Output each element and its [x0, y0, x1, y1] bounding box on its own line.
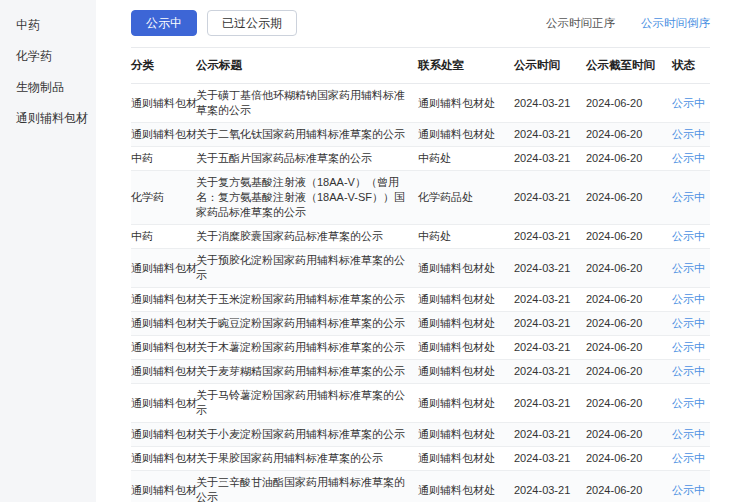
row-office-cell: 通则辅料包材处	[418, 447, 514, 470]
row-office-cell: 通则辅料包材处	[418, 312, 514, 335]
sidebar-item-excipient-packaging[interactable]: 通则辅料包材	[0, 103, 96, 134]
row-category-cell: 通则辅料包材	[131, 257, 196, 280]
row-title-cell: 关于果胶国家药用辅料标准草案的公示	[196, 447, 418, 470]
row-office-cell: 通则辅料包材处	[418, 423, 514, 446]
row-title-cell: 关于复方氨基酸注射液（18AA-V）（曾用名：复方氨基酸注射液（18AA-V-S…	[196, 171, 418, 224]
row-office-cell: 通则辅料包材处	[418, 257, 514, 280]
row-office-cell: 通则辅料包材处	[418, 288, 514, 311]
row-status-link[interactable]: 公示中	[672, 123, 710, 146]
row-category-cell: 通则辅料包材	[131, 447, 196, 470]
row-title-cell: 关于玉米淀粉国家药用辅料标准草案的公示	[196, 288, 418, 311]
row-end-date-cell: 2024-06-20	[586, 312, 672, 335]
sort-controls: 公示时间正序 公示时间倒序	[546, 16, 710, 31]
column-header-status: 状态	[672, 48, 710, 83]
sort-time-ascending-link[interactable]: 公示时间正序	[546, 16, 615, 31]
row-publish-date-cell: 2024-03-21	[514, 186, 586, 209]
row-end-date-cell: 2024-06-20	[586, 257, 672, 280]
table-row: 通则辅料包材关于麦芽糊精国家药用辅料标准草案的公示通则辅料包材处2024-03-…	[131, 360, 710, 384]
row-publish-date-cell: 2024-03-21	[514, 423, 586, 446]
table-row: 通则辅料包材关于磺丁基倍他环糊精钠国家药用辅料标准草案的公示通则辅料包材处202…	[131, 84, 710, 123]
sidebar-item-biological-product[interactable]: 生物制品	[0, 72, 96, 103]
row-category-cell: 通则辅料包材	[131, 312, 196, 335]
column-header-end-date: 公示截至时间	[586, 48, 672, 83]
column-header-publish-date: 公示时间	[514, 48, 586, 83]
row-status-link[interactable]: 公示中	[672, 392, 710, 415]
sidebar-item-chemical-drug[interactable]: 化学药	[0, 41, 96, 72]
row-status-link[interactable]: 公示中	[672, 147, 710, 170]
table-row: 通则辅料包材关于马铃薯淀粉国家药用辅料标准草案的公示通则辅料包材处2024-03…	[131, 384, 710, 423]
row-status-link[interactable]: 公示中	[672, 225, 710, 248]
row-publish-date-cell: 2024-03-21	[514, 92, 586, 115]
row-end-date-cell: 2024-06-20	[586, 186, 672, 209]
row-title-cell: 关于三辛酸甘油酯国家药用辅料标准草案的公示	[196, 471, 418, 502]
row-publish-date-cell: 2024-03-21	[514, 288, 586, 311]
row-title-cell: 关于麦芽糊精国家药用辅料标准草案的公示	[196, 360, 418, 383]
row-status-link[interactable]: 公示中	[672, 423, 710, 446]
row-category-cell: 通则辅料包材	[131, 423, 196, 446]
row-publish-date-cell: 2024-03-21	[514, 123, 586, 146]
table-row: 通则辅料包材关于二氧化钛国家药用辅料标准草案的公示通则辅料包材处2024-03-…	[131, 123, 710, 147]
row-publish-date-cell: 2024-03-21	[514, 479, 586, 502]
row-category-cell: 化学药	[131, 186, 196, 209]
row-end-date-cell: 2024-06-20	[586, 336, 672, 359]
row-category-cell: 通则辅料包材	[131, 288, 196, 311]
row-category-cell: 通则辅料包材	[131, 392, 196, 415]
row-end-date-cell: 2024-06-20	[586, 423, 672, 446]
table-row: 中药关于五酯片国家药品标准草案的公示中药处2024-03-212024-06-2…	[131, 147, 710, 171]
row-publish-date-cell: 2024-03-21	[514, 360, 586, 383]
row-publish-date-cell: 2024-03-21	[514, 257, 586, 280]
table-row: 通则辅料包材关于小麦淀粉国家药用辅料标准草案的公示通则辅料包材处2024-03-…	[131, 423, 710, 447]
table-row: 通则辅料包材关于豌豆淀粉国家药用辅料标准草案的公示通则辅料包材处2024-03-…	[131, 312, 710, 336]
row-office-cell: 通则辅料包材处	[418, 392, 514, 415]
app-window: 中药 化学药 生物制品 通则辅料包材 公示中 已过公示期 公示时间正序 公示时间…	[0, 0, 730, 502]
row-end-date-cell: 2024-06-20	[586, 360, 672, 383]
row-publish-date-cell: 2024-03-21	[514, 392, 586, 415]
sort-time-descending-link[interactable]: 公示时间倒序	[641, 16, 710, 31]
row-category-cell: 中药	[131, 147, 196, 170]
row-status-link[interactable]: 公示中	[672, 479, 710, 502]
column-header-office: 联系处室	[418, 48, 514, 83]
table-row: 通则辅料包材关于玉米淀粉国家药用辅料标准草案的公示通则辅料包材处2024-03-…	[131, 288, 710, 312]
column-header-category: 分类	[131, 48, 196, 83]
row-category-cell: 通则辅料包材	[131, 336, 196, 359]
row-status-link[interactable]: 公示中	[672, 312, 710, 335]
row-status-link[interactable]: 公示中	[672, 288, 710, 311]
table-header-row: 分类 公示标题 联系处室 公示时间 公示截至时间 状态	[131, 48, 710, 84]
row-status-link[interactable]: 公示中	[672, 447, 710, 470]
row-office-cell: 中药处	[418, 225, 514, 248]
row-end-date-cell: 2024-06-20	[586, 147, 672, 170]
row-title-cell: 关于小麦淀粉国家药用辅料标准草案的公示	[196, 423, 418, 446]
row-status-link[interactable]: 公示中	[672, 186, 710, 209]
row-title-cell: 关于马铃薯淀粉国家药用辅料标准草案的公示	[196, 384, 418, 422]
status-tabs: 公示中 已过公示期	[131, 10, 297, 36]
row-category-cell: 通则辅料包材	[131, 360, 196, 383]
row-office-cell: 化学药品处	[418, 186, 514, 209]
sidebar-item-tcm[interactable]: 中药	[0, 10, 96, 41]
table-row: 通则辅料包材关于三辛酸甘油酯国家药用辅料标准草案的公示通则辅料包材处2024-0…	[131, 471, 710, 502]
row-publish-date-cell: 2024-03-21	[514, 312, 586, 335]
row-status-link[interactable]: 公示中	[672, 336, 710, 359]
row-office-cell: 通则辅料包材处	[418, 123, 514, 146]
row-office-cell: 中药处	[418, 147, 514, 170]
table-row: 通则辅料包材关于预胶化淀粉国家药用辅料标准草案的公示通则辅料包材处2024-03…	[131, 249, 710, 288]
row-end-date-cell: 2024-06-20	[586, 225, 672, 248]
row-end-date-cell: 2024-06-20	[586, 92, 672, 115]
row-title-cell: 关于五酯片国家药品标准草案的公示	[196, 147, 418, 170]
row-status-link[interactable]: 公示中	[672, 257, 710, 280]
row-office-cell: 通则辅料包材处	[418, 360, 514, 383]
row-status-link[interactable]: 公示中	[672, 92, 710, 115]
tab-publicity-expired[interactable]: 已过公示期	[207, 10, 297, 36]
table-body: 通则辅料包材关于磺丁基倍他环糊精钠国家药用辅料标准草案的公示通则辅料包材处202…	[131, 84, 710, 502]
row-title-cell: 关于磺丁基倍他环糊精钠国家药用辅料标准草案的公示	[196, 84, 418, 122]
row-status-link[interactable]: 公示中	[672, 360, 710, 383]
row-office-cell: 通则辅料包材处	[418, 92, 514, 115]
tab-in-publicity[interactable]: 公示中	[131, 10, 197, 36]
row-publish-date-cell: 2024-03-21	[514, 147, 586, 170]
table-row: 通则辅料包材关于果胶国家药用辅料标准草案的公示通则辅料包材处2024-03-21…	[131, 447, 710, 471]
row-publish-date-cell: 2024-03-21	[514, 447, 586, 470]
toolbar: 公示中 已过公示期 公示时间正序 公示时间倒序	[131, 9, 710, 37]
row-category-cell: 通则辅料包材	[131, 479, 196, 502]
row-publish-date-cell: 2024-03-21	[514, 225, 586, 248]
row-end-date-cell: 2024-06-20	[586, 479, 672, 502]
row-title-cell: 关于二氧化钛国家药用辅料标准草案的公示	[196, 123, 418, 146]
